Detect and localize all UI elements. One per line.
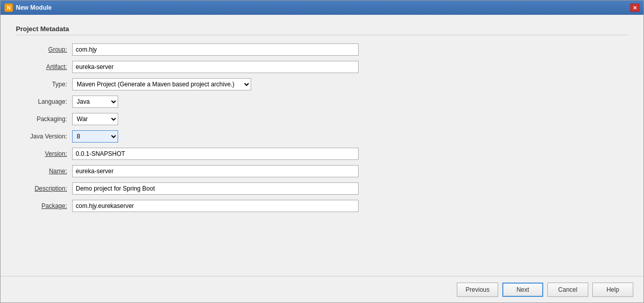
group-label: Group:: [16, 46, 72, 53]
package-label: Package:: [16, 202, 72, 209]
package-row: Package:: [16, 200, 628, 212]
window-title: New Module: [16, 4, 52, 11]
name-input[interactable]: [72, 165, 359, 177]
description-input[interactable]: [72, 182, 359, 195]
previous-button[interactable]: Previous: [457, 283, 498, 297]
java-version-select[interactable]: 8 11 17: [72, 130, 118, 143]
packaging-row: Packaging: War Jar: [16, 113, 628, 125]
version-row: Version:: [16, 148, 628, 160]
title-bar-left: N New Module: [5, 4, 52, 12]
java-version-label: Java Version:: [16, 133, 72, 140]
artifact-input[interactable]: [72, 61, 359, 73]
section-title: Project Metadata: [16, 25, 628, 35]
next-button[interactable]: Next: [502, 283, 543, 297]
content-area: Project Metadata Group: Artifact: Type: …: [1, 15, 643, 276]
window-icon: N: [5, 4, 13, 12]
version-input[interactable]: [72, 148, 359, 160]
version-label: Version:: [16, 150, 72, 157]
main-window: N New Module ✕ Project Metadata Group: A…: [0, 0, 644, 303]
group-row: Group:: [16, 43, 628, 56]
title-bar: N New Module ✕: [1, 1, 643, 15]
description-row: Description:: [16, 182, 628, 195]
language-row: Language: Java Kotlin Groovy: [16, 96, 628, 108]
artifact-label: Artifact:: [16, 63, 72, 71]
name-label: Name:: [16, 168, 72, 175]
packaging-select[interactable]: War Jar: [72, 113, 118, 125]
close-button[interactable]: ✕: [630, 4, 639, 12]
description-label: Description:: [16, 185, 72, 192]
java-version-row: Java Version: 8 11 17: [16, 130, 628, 143]
bottom-bar: Previous Next Cancel Help: [1, 276, 643, 302]
language-label: Language:: [16, 98, 72, 105]
help-button[interactable]: Help: [592, 283, 633, 297]
packaging-label: Packaging:: [16, 115, 72, 123]
type-select[interactable]: Maven Project (Generate a Maven based pr…: [72, 78, 251, 90]
package-input[interactable]: [72, 200, 359, 212]
artifact-row: Artifact:: [16, 61, 628, 73]
form-area: Group: Artifact: Type: Maven Project (Ge…: [16, 43, 628, 266]
name-row: Name:: [16, 165, 628, 177]
group-input[interactable]: [72, 43, 359, 56]
type-label: Type:: [16, 81, 72, 88]
type-row: Type: Maven Project (Generate a Maven ba…: [16, 78, 628, 90]
cancel-button[interactable]: Cancel: [547, 283, 588, 297]
language-select[interactable]: Java Kotlin Groovy: [72, 96, 118, 108]
